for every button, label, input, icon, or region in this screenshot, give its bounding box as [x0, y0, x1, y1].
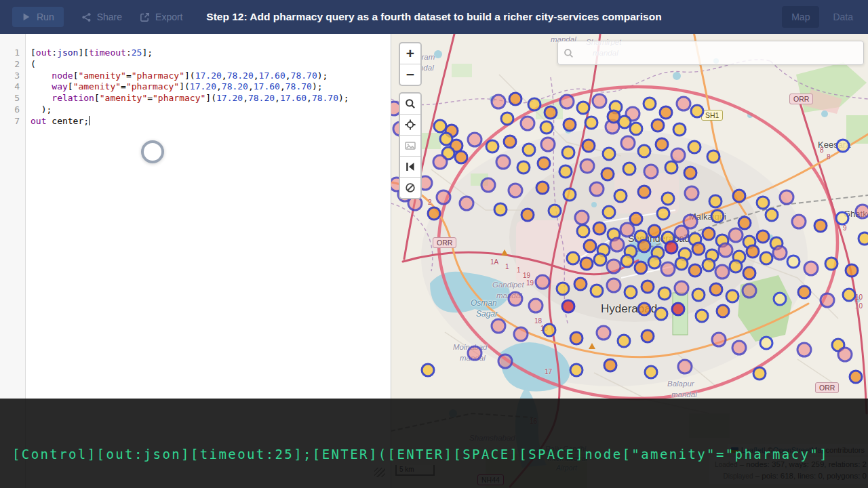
map-marker[interactable]	[651, 119, 665, 133]
map-marker[interactable]	[593, 222, 607, 236]
map-marker[interactable]	[779, 190, 795, 205]
code-line[interactable]: 3 node["amenity"="pharmacy"](17.20,78.20…	[0, 70, 391, 82]
map-marker[interactable]	[563, 188, 577, 202]
map-marker[interactable]	[756, 196, 770, 210]
map-marker[interactable]	[773, 292, 787, 306]
map-marker[interactable]	[528, 98, 542, 112]
map-marker[interactable]	[637, 239, 652, 253]
map-marker[interactable]	[732, 189, 747, 203]
map-marker[interactable]	[528, 298, 544, 314]
run-button[interactable]: Run	[12, 7, 64, 27]
map-marker[interactable]	[732, 340, 747, 356]
map-marker[interactable]	[574, 210, 590, 226]
map-marker[interactable]	[580, 159, 595, 174]
data-tab-button[interactable]: Data	[829, 6, 857, 28]
map-marker[interactable]	[582, 139, 596, 153]
map-marker[interactable]	[644, 164, 659, 180]
map-marker[interactable]	[522, 143, 536, 157]
map-marker[interactable]	[508, 291, 524, 307]
map-marker[interactable]	[641, 280, 655, 294]
map-marker[interactable]	[559, 94, 575, 110]
map-marker[interactable]	[643, 97, 657, 111]
map-marker[interactable]	[624, 285, 638, 300]
map-marker[interactable]	[675, 257, 689, 271]
map-marker[interactable]	[858, 232, 868, 246]
map-marker[interactable]	[674, 225, 690, 241]
map-marker[interactable]	[436, 190, 452, 205]
map-marker[interactable]	[542, 323, 557, 338]
map-marker[interactable]	[433, 155, 448, 170]
map-marker[interactable]	[654, 307, 669, 321]
map-marker[interactable]	[688, 264, 703, 278]
map-marker[interactable]	[665, 241, 679, 255]
map-marker[interactable]	[684, 186, 700, 201]
map-marker[interactable]	[671, 302, 686, 317]
map-marker[interactable]	[637, 185, 652, 199]
map-marker[interactable]	[634, 261, 648, 275]
map-marker[interactable]	[746, 245, 760, 259]
map-marker[interactable]	[618, 115, 632, 129]
map-marker[interactable]	[491, 319, 507, 334]
map-marker[interactable]	[677, 359, 693, 375]
map-marker[interactable]	[702, 227, 716, 241]
map-marker[interactable]	[596, 325, 612, 341]
map-marker[interactable]	[765, 208, 779, 222]
map-marker[interactable]	[606, 278, 622, 293]
map-marker[interactable]	[540, 137, 556, 152]
map-marker[interactable]	[459, 196, 475, 211]
map-marker[interactable]	[590, 284, 604, 298]
map-marker[interactable]	[589, 182, 605, 197]
map-marker[interactable]	[760, 251, 774, 266]
map-marker[interactable]	[620, 254, 635, 268]
map-marker[interactable]	[661, 192, 675, 206]
map-marker[interactable]	[620, 136, 636, 151]
map-marker[interactable]	[673, 123, 687, 137]
map-marker[interactable]	[742, 283, 757, 299]
map-marker[interactable]	[548, 204, 562, 218]
map-marker[interactable]	[620, 222, 635, 238]
map-marker[interactable]	[536, 181, 550, 195]
map-marker[interactable]	[702, 258, 716, 272]
map-marker[interactable]	[711, 209, 725, 224]
code-line[interactable]: 6 );	[0, 104, 391, 116]
map-marker[interactable]	[656, 207, 671, 221]
image-export-button[interactable]	[400, 136, 420, 157]
map-search-input[interactable]	[578, 41, 863, 65]
map-marker[interactable]	[496, 155, 511, 170]
map-marker[interactable]	[602, 147, 616, 161]
map-marker[interactable]	[729, 260, 743, 274]
map-marker[interactable]	[570, 363, 584, 378]
map-marker[interactable]	[845, 264, 859, 278]
map-marker[interactable]	[503, 135, 517, 149]
map-marker[interactable]	[644, 365, 658, 380]
map-marker[interactable]	[491, 94, 507, 110]
map-marker[interactable]	[659, 106, 673, 120]
map-marker[interactable]	[580, 257, 594, 271]
map-marker[interactable]	[610, 237, 625, 253]
map-marker[interactable]	[540, 121, 554, 135]
map-marker[interactable]	[797, 342, 812, 358]
map-marker[interactable]	[695, 309, 709, 323]
map-marker[interactable]	[726, 289, 740, 304]
map-marker[interactable]	[842, 288, 856, 302]
map-marker[interactable]	[760, 336, 774, 350]
map-marker[interactable]	[454, 150, 469, 165]
map-marker[interactable]	[508, 183, 524, 199]
map-marker[interactable]	[728, 228, 744, 243]
geolocate-button[interactable]	[400, 115, 420, 136]
code-line[interactable]: 7out center;	[0, 116, 391, 127]
code-line[interactable]: 1[out:json][timeout:25];	[0, 47, 391, 59]
code-line[interactable]: 5 relation["amenity"="pharmacy"](17.20,7…	[0, 93, 391, 104]
map-marker[interactable]	[665, 161, 679, 175]
map-marker[interactable]	[556, 282, 570, 296]
map-marker[interactable]	[711, 332, 727, 348]
map-marker[interactable]	[570, 331, 584, 346]
code-line[interactable]: 4 way["amenity"="pharmacy"](17.20,78.20,…	[0, 81, 391, 93]
export-button[interactable]: Export	[140, 12, 182, 22]
map-marker[interactable]	[753, 367, 767, 381]
map-marker[interactable]	[835, 211, 850, 226]
map-marker[interactable]	[467, 346, 483, 361]
map-marker[interactable]	[535, 274, 551, 290]
map-marker[interactable]	[715, 264, 730, 280]
map-marker[interactable]	[559, 165, 573, 179]
